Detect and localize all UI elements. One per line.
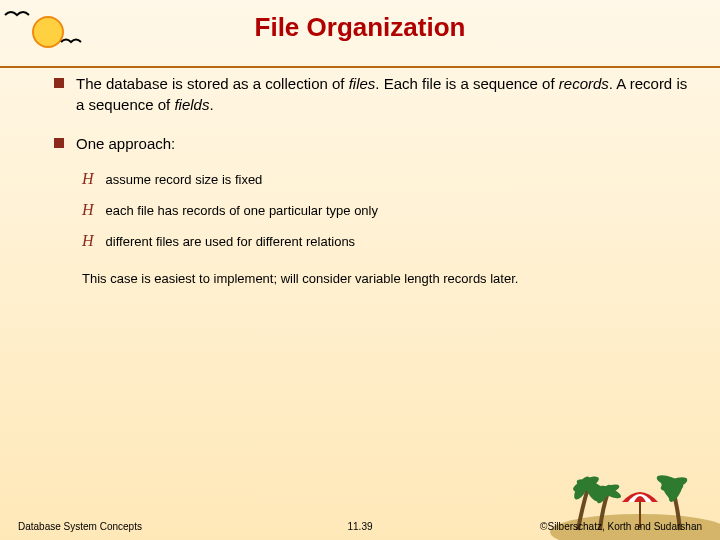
sun-icon (24, 8, 72, 56)
script-bullet-icon: H (82, 202, 94, 218)
script-bullet-icon: H (82, 171, 94, 187)
sub-bullet-item: H different files are used for different… (82, 234, 690, 251)
svg-point-1 (34, 18, 62, 46)
square-bullet-icon (54, 138, 64, 148)
slide-title: File Organization (0, 0, 720, 43)
slide-content: The database is stored as a collection o… (0, 43, 720, 293)
footer-copyright: ©Silberschatz, Korth and Sudarshan (540, 521, 702, 532)
bullet-tail-text: This case is easiest to implement; will … (82, 265, 690, 294)
sub-bullet-text: assume record size is fixed (106, 172, 263, 189)
horizon-line (0, 66, 720, 68)
script-bullet-icon: H (82, 233, 94, 249)
footer-left: Database System Concepts (18, 521, 142, 532)
bullet-item: One approach: (54, 133, 690, 154)
bird-icon (4, 8, 30, 22)
bullet-item: The database is stored as a collection o… (54, 73, 690, 115)
square-bullet-icon (54, 78, 64, 88)
bullet-text: The database is stored as a collection o… (76, 73, 690, 115)
slide-footer: Database System Concepts 11.39 ©Silbersc… (0, 521, 720, 532)
bullet-text: One approach: (76, 133, 175, 154)
sub-bullet-text: each file has records of one particular … (106, 203, 378, 220)
sub-bullet-item: H assume record size is fixed (82, 172, 690, 189)
sub-bullet-item: H each file has records of one particula… (82, 203, 690, 220)
sub-bullet-text: different files are used for different r… (106, 234, 356, 251)
bird-icon (60, 36, 82, 48)
footer-page-number: 11.39 (347, 521, 372, 532)
